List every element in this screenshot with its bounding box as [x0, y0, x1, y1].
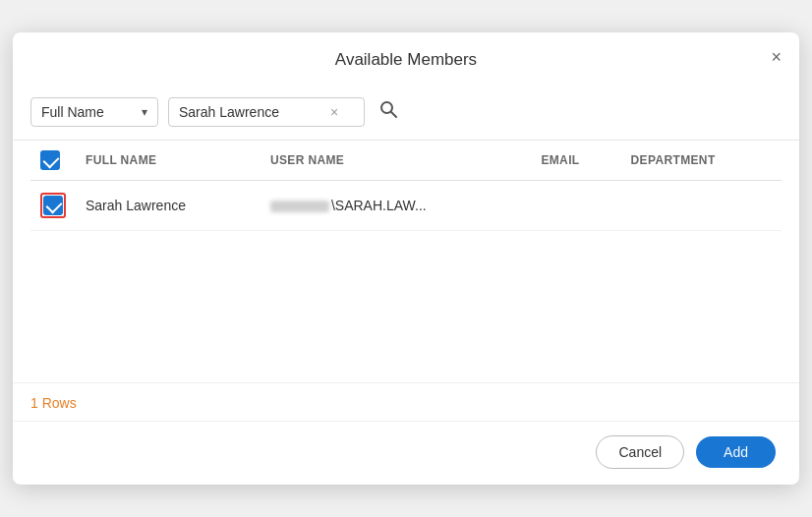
modal-toolbar: Full Name ▾ ×: [13, 84, 799, 140]
clear-search-button[interactable]: ×: [330, 104, 338, 120]
members-table: FULL NAME USER NAME EMAIL DEPARTMENT Sa: [30, 141, 782, 231]
filter-label: Full Name: [41, 104, 104, 120]
header-department: DEPARTMENT: [621, 141, 782, 181]
header-username: USER NAME: [261, 141, 531, 181]
header-check-cell: [30, 141, 76, 181]
filter-dropdown[interactable]: Full Name ▾: [30, 97, 158, 127]
row-checkbox[interactable]: [43, 196, 63, 215]
svg-line-1: [391, 112, 396, 117]
search-icon: [378, 99, 398, 119]
search-input-wrap: ×: [168, 97, 365, 127]
table-row: Sarah Lawrence \SARAH.LAW...: [30, 181, 782, 231]
row-email: [531, 181, 620, 231]
header-fullname: FULL NAME: [76, 141, 261, 181]
row-fullname: Sarah Lawrence: [76, 181, 261, 231]
add-button[interactable]: Add: [696, 436, 776, 468]
modal-overlay: Available Members × Full Name ▾ ×: [0, 0, 812, 517]
table-header-row: FULL NAME USER NAME EMAIL DEPARTMENT: [30, 141, 782, 181]
username-blurred: [270, 201, 329, 212]
search-input[interactable]: [179, 104, 326, 120]
row-check-cell: [30, 181, 76, 231]
row-checkbox-border: [40, 193, 66, 218]
header-email: EMAIL: [531, 141, 620, 181]
modal-title: Available Members: [335, 50, 477, 70]
header-checkbox[interactable]: [40, 150, 60, 170]
available-members-modal: Available Members × Full Name ▾ ×: [13, 32, 799, 485]
table-wrap: FULL NAME USER NAME EMAIL DEPARTMENT Sa: [13, 140, 799, 382]
row-department: [621, 181, 782, 231]
modal-actions: Cancel Add: [13, 421, 799, 485]
modal-header: Available Members ×: [13, 32, 799, 84]
search-icon-button[interactable]: [375, 95, 402, 128]
chevron-down-icon: ▾: [142, 105, 147, 119]
row-username: \SARAH.LAW...: [261, 181, 531, 231]
username-suffix: \SARAH.LAW...: [331, 198, 427, 213]
cancel-button[interactable]: Cancel: [596, 435, 684, 469]
close-button[interactable]: ×: [771, 48, 782, 66]
rows-count: 1 Rows: [13, 382, 799, 421]
